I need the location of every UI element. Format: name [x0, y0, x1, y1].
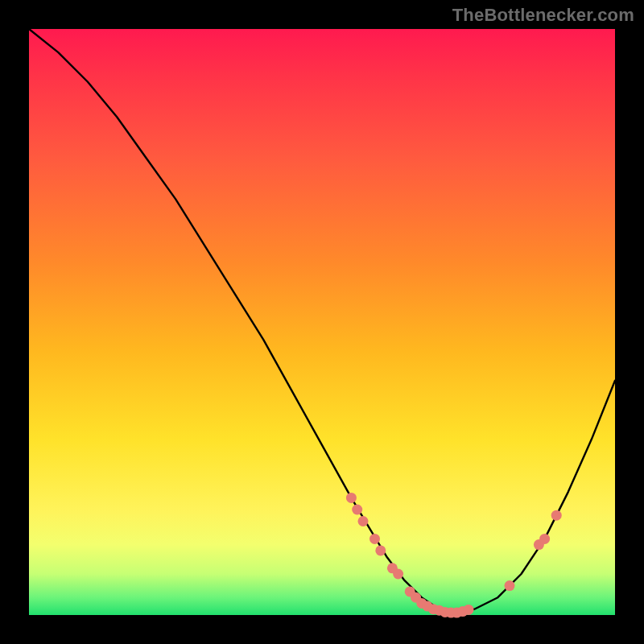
bottleneck-curve — [29, 29, 615, 615]
plot-area — [29, 29, 615, 615]
marker-group — [346, 493, 562, 618]
data-marker — [539, 534, 550, 544]
data-marker — [352, 505, 362, 515]
data-marker — [464, 605, 474, 615]
data-marker — [393, 569, 403, 580]
data-marker — [358, 516, 369, 526]
data-marker — [369, 534, 380, 544]
curve-svg — [29, 29, 615, 615]
chart-frame: TheBottlenecker.com — [0, 0, 644, 644]
data-marker — [505, 580, 515, 591]
data-marker — [346, 493, 357, 503]
data-marker — [551, 510, 562, 521]
attribution-label: TheBottlenecker.com — [452, 5, 634, 26]
data-marker — [375, 545, 386, 555]
